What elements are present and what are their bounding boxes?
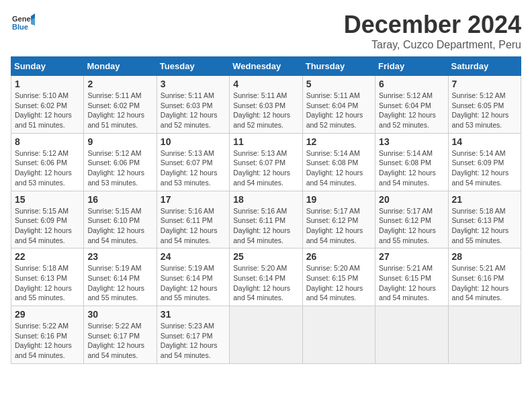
calendar-header-row: SundayMondayTuesdayWednesdayThursdayFrid… bbox=[11, 57, 521, 76]
column-header-saturday: Saturday bbox=[448, 57, 521, 76]
calendar-cell: 1Sunrise: 5:10 AMSunset: 6:02 PMDaylight… bbox=[11, 76, 84, 134]
day-info: Sunrise: 5:12 AMSunset: 6:04 PMDaylight:… bbox=[379, 91, 444, 130]
day-number: 12 bbox=[306, 136, 371, 147]
calendar-cell: 30Sunrise: 5:22 AMSunset: 6:17 PMDayligh… bbox=[84, 306, 157, 364]
day-number: 26 bbox=[306, 251, 371, 262]
calendar-cell: 9Sunrise: 5:12 AMSunset: 6:06 PMDaylight… bbox=[84, 133, 157, 191]
calendar-cell: 5Sunrise: 5:11 AMSunset: 6:04 PMDaylight… bbox=[302, 76, 375, 134]
day-number: 6 bbox=[379, 79, 444, 89]
calendar-cell: 3Sunrise: 5:11 AMSunset: 6:03 PMDaylight… bbox=[157, 76, 229, 134]
day-info: Sunrise: 5:19 AMSunset: 6:14 PMDaylight:… bbox=[161, 263, 226, 303]
day-number: 11 bbox=[233, 136, 298, 147]
day-info: Sunrise: 5:22 AMSunset: 6:17 PMDaylight:… bbox=[87, 321, 152, 361]
page-header: General Blue December 2024 Taray, Cuzco … bbox=[11, 11, 521, 51]
calendar-cell bbox=[230, 306, 302, 364]
day-number: 21 bbox=[452, 194, 517, 205]
calendar-cell: 27Sunrise: 5:21 AMSunset: 6:15 PMDayligh… bbox=[375, 248, 448, 306]
calendar-week-row: 8Sunrise: 5:12 AMSunset: 6:06 PMDaylight… bbox=[11, 133, 521, 191]
calendar-cell: 17Sunrise: 5:16 AMSunset: 6:11 PMDayligh… bbox=[157, 191, 229, 248]
calendar-cell: 22Sunrise: 5:18 AMSunset: 6:13 PMDayligh… bbox=[11, 248, 84, 306]
calendar-cell: 16Sunrise: 5:15 AMSunset: 6:10 PMDayligh… bbox=[84, 191, 157, 248]
day-info: Sunrise: 5:18 AMSunset: 6:13 PMDaylight:… bbox=[15, 263, 80, 303]
column-header-monday: Monday bbox=[84, 57, 157, 76]
day-info: Sunrise: 5:18 AMSunset: 6:13 PMDaylight:… bbox=[452, 206, 517, 246]
day-info: Sunrise: 5:11 AMSunset: 6:04 PMDaylight:… bbox=[306, 91, 371, 130]
day-info: Sunrise: 5:11 AMSunset: 6:03 PMDaylight:… bbox=[161, 91, 226, 130]
location-title: Taray, Cuzco Department, Peru bbox=[344, 39, 521, 51]
day-number: 1 bbox=[15, 79, 80, 89]
column-header-sunday: Sunday bbox=[11, 57, 84, 76]
logo: General Blue bbox=[11, 11, 35, 35]
day-info: Sunrise: 5:14 AMSunset: 6:08 PMDaylight:… bbox=[379, 148, 444, 188]
day-info: Sunrise: 5:12 AMSunset: 6:06 PMDaylight:… bbox=[15, 148, 80, 188]
day-info: Sunrise: 5:10 AMSunset: 6:02 PMDaylight:… bbox=[15, 91, 80, 130]
calendar-cell bbox=[448, 306, 521, 364]
day-number: 4 bbox=[233, 79, 298, 89]
calendar-cell: 23Sunrise: 5:19 AMSunset: 6:14 PMDayligh… bbox=[84, 248, 157, 306]
day-number: 25 bbox=[233, 251, 298, 262]
day-number: 2 bbox=[87, 79, 152, 89]
calendar-cell: 10Sunrise: 5:13 AMSunset: 6:07 PMDayligh… bbox=[157, 133, 229, 191]
column-header-friday: Friday bbox=[375, 57, 448, 76]
day-number: 10 bbox=[161, 136, 226, 147]
day-number: 18 bbox=[233, 194, 298, 205]
calendar-table: SundayMondayTuesdayWednesdayThursdayFrid… bbox=[11, 56, 521, 364]
day-number: 28 bbox=[452, 251, 517, 262]
calendar-cell: 21Sunrise: 5:18 AMSunset: 6:13 PMDayligh… bbox=[448, 191, 521, 248]
day-info: Sunrise: 5:17 AMSunset: 6:12 PMDaylight:… bbox=[306, 206, 371, 246]
day-number: 19 bbox=[306, 194, 371, 205]
day-info: Sunrise: 5:20 AMSunset: 6:15 PMDaylight:… bbox=[306, 263, 371, 303]
calendar-cell: 28Sunrise: 5:21 AMSunset: 6:16 PMDayligh… bbox=[448, 248, 521, 306]
day-number: 16 bbox=[87, 194, 152, 205]
day-number: 22 bbox=[15, 251, 80, 262]
column-header-tuesday: Tuesday bbox=[157, 57, 229, 76]
calendar-cell: 13Sunrise: 5:14 AMSunset: 6:08 PMDayligh… bbox=[375, 133, 448, 191]
column-header-thursday: Thursday bbox=[302, 57, 375, 76]
calendar-cell: 19Sunrise: 5:17 AMSunset: 6:12 PMDayligh… bbox=[302, 191, 375, 248]
day-info: Sunrise: 5:17 AMSunset: 6:12 PMDaylight:… bbox=[379, 206, 444, 246]
calendar-cell: 6Sunrise: 5:12 AMSunset: 6:04 PMDaylight… bbox=[375, 76, 448, 134]
calendar-cell: 25Sunrise: 5:20 AMSunset: 6:14 PMDayligh… bbox=[230, 248, 302, 306]
calendar-cell: 20Sunrise: 5:17 AMSunset: 6:12 PMDayligh… bbox=[375, 191, 448, 248]
day-number: 9 bbox=[87, 136, 152, 147]
day-number: 3 bbox=[161, 79, 226, 89]
calendar-cell: 18Sunrise: 5:16 AMSunset: 6:11 PMDayligh… bbox=[230, 191, 302, 248]
calendar-cell: 31Sunrise: 5:23 AMSunset: 6:17 PMDayligh… bbox=[157, 306, 229, 364]
day-info: Sunrise: 5:22 AMSunset: 6:16 PMDaylight:… bbox=[15, 321, 80, 361]
calendar-cell bbox=[375, 306, 448, 364]
calendar-cell: 15Sunrise: 5:15 AMSunset: 6:09 PMDayligh… bbox=[11, 191, 84, 248]
day-number: 13 bbox=[379, 136, 444, 147]
day-info: Sunrise: 5:23 AMSunset: 6:17 PMDaylight:… bbox=[161, 321, 226, 361]
day-number: 8 bbox=[15, 136, 80, 147]
calendar-cell: 7Sunrise: 5:12 AMSunset: 6:05 PMDaylight… bbox=[448, 76, 521, 134]
day-info: Sunrise: 5:12 AMSunset: 6:06 PMDaylight:… bbox=[87, 148, 152, 188]
day-number: 20 bbox=[379, 194, 444, 205]
calendar-cell: 4Sunrise: 5:11 AMSunset: 6:03 PMDaylight… bbox=[230, 76, 302, 134]
day-number: 27 bbox=[379, 251, 444, 262]
day-number: 29 bbox=[15, 309, 80, 320]
day-info: Sunrise: 5:14 AMSunset: 6:08 PMDaylight:… bbox=[306, 148, 371, 188]
day-info: Sunrise: 5:14 AMSunset: 6:09 PMDaylight:… bbox=[452, 148, 517, 188]
calendar-week-row: 15Sunrise: 5:15 AMSunset: 6:09 PMDayligh… bbox=[11, 191, 521, 248]
logo-icon: General Blue bbox=[11, 11, 35, 35]
calendar-cell: 2Sunrise: 5:11 AMSunset: 6:02 PMDaylight… bbox=[84, 76, 157, 134]
calendar-cell: 11Sunrise: 5:13 AMSunset: 6:07 PMDayligh… bbox=[230, 133, 302, 191]
day-number: 17 bbox=[161, 194, 226, 205]
day-number: 15 bbox=[15, 194, 80, 205]
day-info: Sunrise: 5:19 AMSunset: 6:14 PMDaylight:… bbox=[87, 263, 152, 303]
calendar-cell: 8Sunrise: 5:12 AMSunset: 6:06 PMDaylight… bbox=[11, 133, 84, 191]
calendar-cell bbox=[302, 306, 375, 364]
day-info: Sunrise: 5:15 AMSunset: 6:09 PMDaylight:… bbox=[15, 206, 80, 246]
day-info: Sunrise: 5:11 AMSunset: 6:03 PMDaylight:… bbox=[233, 91, 298, 130]
day-info: Sunrise: 5:11 AMSunset: 6:02 PMDaylight:… bbox=[87, 91, 152, 130]
title-area: December 2024 Taray, Cuzco Department, P… bbox=[344, 11, 521, 51]
day-number: 7 bbox=[452, 79, 517, 89]
day-number: 23 bbox=[87, 251, 152, 262]
day-info: Sunrise: 5:13 AMSunset: 6:07 PMDaylight:… bbox=[161, 148, 226, 188]
day-info: Sunrise: 5:16 AMSunset: 6:11 PMDaylight:… bbox=[233, 206, 298, 246]
svg-text:Blue: Blue bbox=[12, 23, 28, 31]
calendar-cell: 26Sunrise: 5:20 AMSunset: 6:15 PMDayligh… bbox=[302, 248, 375, 306]
month-title: December 2024 bbox=[344, 11, 521, 39]
calendar-cell: 14Sunrise: 5:14 AMSunset: 6:09 PMDayligh… bbox=[448, 133, 521, 191]
day-info: Sunrise: 5:20 AMSunset: 6:14 PMDaylight:… bbox=[233, 263, 298, 303]
